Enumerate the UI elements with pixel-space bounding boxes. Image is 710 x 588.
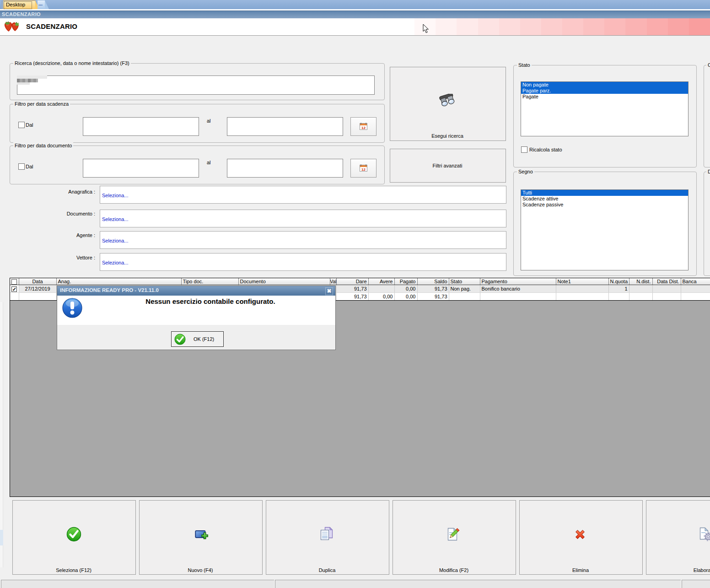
svg-text:12: 12: [361, 126, 366, 130]
svg-text:12: 12: [361, 167, 366, 172]
